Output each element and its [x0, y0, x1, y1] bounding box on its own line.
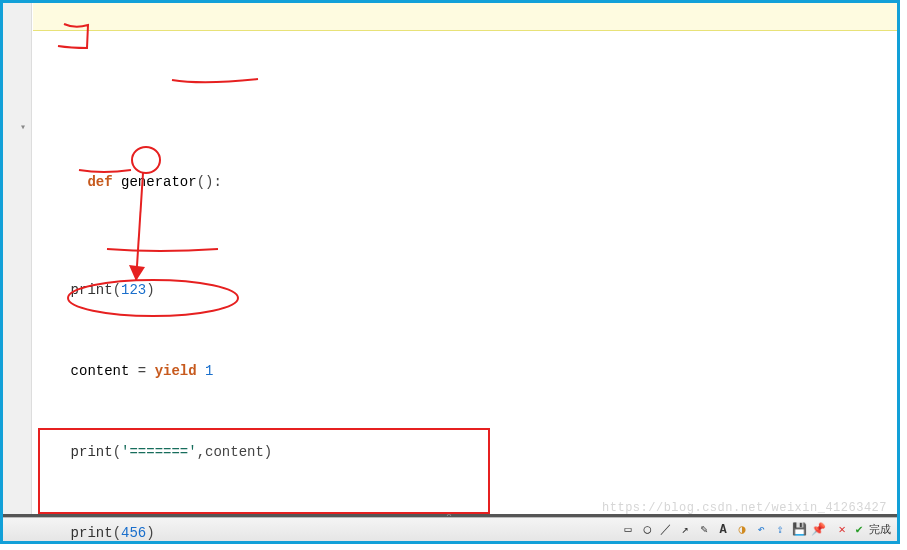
- code-line: print(456): [37, 520, 891, 547]
- punct: ): [146, 282, 154, 298]
- watermark: https://blog.csdn.net/weixin_41263427: [602, 501, 887, 515]
- function-name: generator: [113, 174, 197, 190]
- punct: (: [113, 444, 121, 460]
- punct: (: [113, 525, 121, 541]
- identifier: content: [37, 363, 138, 379]
- fold-icon[interactable]: ▾: [17, 122, 29, 134]
- gutter: [3, 3, 32, 518]
- string: '=======': [121, 444, 197, 460]
- punct: ): [146, 525, 154, 541]
- number: 123: [121, 282, 146, 298]
- current-line-highlight: [33, 3, 897, 31]
- punct: ,content): [197, 444, 273, 460]
- punct: (: [113, 282, 121, 298]
- builtin-print: print: [37, 525, 113, 541]
- code-line: print(123): [37, 277, 891, 304]
- builtin-print: print: [37, 282, 113, 298]
- code-line: content = yield 1: [37, 358, 891, 385]
- punct: =: [138, 363, 155, 379]
- code-line: print('=======',content): [37, 439, 891, 466]
- keyword-yield: yield: [155, 363, 197, 379]
- ide-editor: ▾ def generator(): print(123) content = …: [0, 0, 900, 544]
- punct: ():: [197, 174, 222, 190]
- keyword-def: def: [87, 174, 112, 190]
- space: [197, 363, 205, 379]
- code-line: ▾ def generator():: [37, 115, 891, 223]
- code-area[interactable]: ▾ def generator(): print(123) content = …: [33, 3, 897, 518]
- builtin-print: print: [37, 444, 113, 460]
- number: 1: [205, 363, 213, 379]
- number: 456: [121, 525, 146, 541]
